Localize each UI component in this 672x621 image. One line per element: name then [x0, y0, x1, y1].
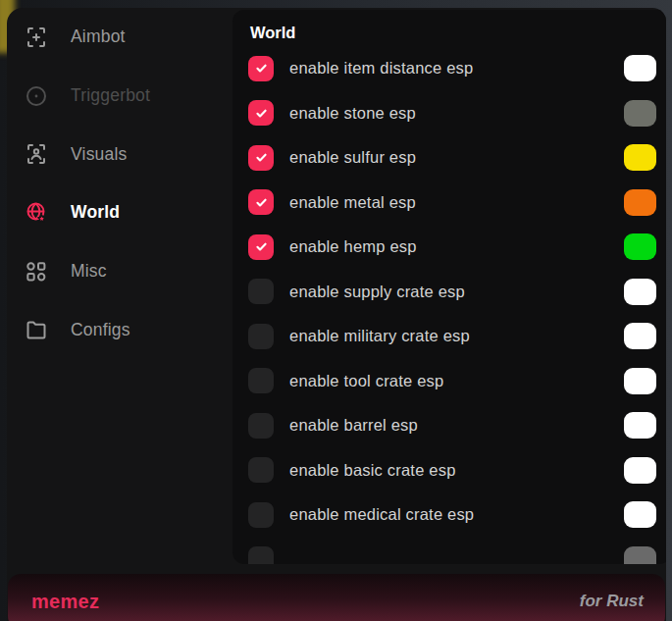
checkbox[interactable] [248, 56, 274, 81]
option-label: enable military crate esp [289, 327, 624, 345]
sidebar-item-label: Aimbot [71, 26, 126, 47]
world-icon [25, 201, 48, 225]
color-swatch[interactable] [624, 100, 656, 127]
checkbox[interactable] [248, 145, 274, 171]
option-row: enable medical crate esp [248, 492, 656, 538]
sidebar-item-world[interactable]: World [7, 183, 233, 242]
panel-title: World [250, 24, 656, 42]
sidebar-item-triggerbot[interactable]: Triggerbot [7, 67, 233, 126]
sidebar-item-label: Misc [71, 261, 107, 282]
option-label: enable metal esp [289, 193, 624, 212]
sidebar-item-visuals[interactable]: Visuals [7, 125, 233, 183]
option-row: enable item distance esp [248, 46, 656, 91]
checkbox[interactable] [248, 234, 274, 260]
checkbox[interactable] [248, 324, 274, 349]
triggerbot-icon [25, 84, 48, 108]
color-swatch[interactable] [624, 189, 656, 216]
color-swatch[interactable] [624, 144, 656, 171]
option-row: enable barrel esp [248, 403, 656, 448]
sidebar-item-aimbot[interactable]: Aimbot [7, 8, 233, 67]
sidebar-item-misc[interactable]: Misc [7, 242, 233, 301]
checkbox[interactable] [248, 368, 274, 393]
option-label: enable stone esp [289, 104, 624, 123]
configs-icon [25, 318, 48, 341]
option-label: enable tool crate esp [289, 372, 624, 390]
option-label: enable item distance esp [289, 59, 624, 78]
option-label: enable medical crate esp [289, 505, 624, 524]
option-row: enable supply crate esp [248, 270, 656, 315]
option-label: enable supply crate esp [289, 283, 624, 301]
option-label: enable hemp esp [289, 237, 624, 256]
option-row: enable basic crate esp [248, 448, 656, 493]
color-swatch[interactable] [624, 323, 656, 349]
option-row-partial [248, 538, 656, 565]
option-row: enable tool crate esp [248, 359, 656, 404]
checkbox[interactable] [248, 413, 274, 439]
sidebar-item-label: Configs [71, 320, 130, 340]
cheat-menu-window: Aimbot Triggerbot Visuals World Misc Con… [7, 8, 666, 621]
option-row: enable stone esp [248, 91, 656, 136]
color-swatch[interactable] [624, 368, 656, 394]
checkbox[interactable] [248, 279, 274, 304]
color-swatch[interactable] [624, 501, 656, 528]
color-swatch[interactable] [624, 233, 656, 260]
checkbox[interactable] [248, 100, 274, 126]
sidebar-item-label: World [71, 202, 120, 223]
sidebar-item-configs[interactable]: Configs [7, 300, 233, 359]
checkbox[interactable] [248, 457, 274, 483]
checkbox[interactable] [248, 502, 274, 528]
option-label: enable barrel esp [289, 416, 624, 435]
color-swatch[interactable] [624, 457, 656, 484]
visuals-icon [25, 142, 48, 166]
footer-bar: memez for Rust [8, 574, 665, 621]
sidebar-item-label: Triggerbot [71, 85, 150, 106]
sidebar: Aimbot Triggerbot Visuals World Misc Con… [7, 8, 233, 359]
sidebar-item-label: Visuals [71, 144, 128, 165]
misc-icon [25, 260, 48, 284]
color-swatch[interactable] [624, 279, 656, 305]
aimbot-icon [25, 26, 48, 49]
option-label: enable basic crate esp [289, 461, 624, 480]
option-row: enable hemp esp [248, 225, 656, 270]
brand-label: memez [31, 591, 99, 613]
option-row: enable sulfur esp [248, 135, 656, 181]
color-swatch[interactable] [624, 546, 656, 564]
checkbox[interactable] [248, 189, 274, 215]
option-row: enable military crate esp [248, 314, 656, 359]
options-list: enable item distance esp enable stone es… [248, 46, 656, 564]
world-panel: World enable item distance esp enable st… [233, 10, 666, 564]
option-row: enable metal esp [248, 181, 656, 226]
checkbox[interactable] [248, 546, 274, 564]
color-swatch[interactable] [624, 55, 656, 81]
color-swatch[interactable] [624, 412, 656, 439]
brand-suffix-label: for Rust [580, 592, 644, 611]
option-label: enable sulfur esp [289, 148, 624, 167]
